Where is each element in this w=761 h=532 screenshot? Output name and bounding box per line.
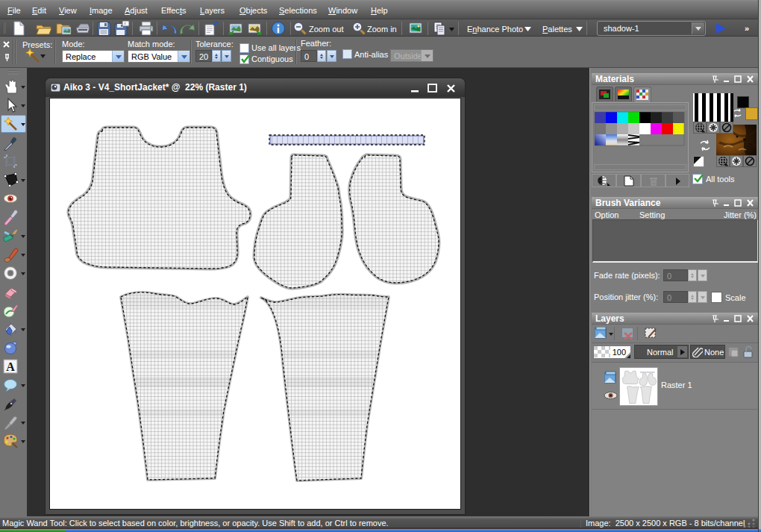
svg-text:A: A: [6, 360, 15, 373]
